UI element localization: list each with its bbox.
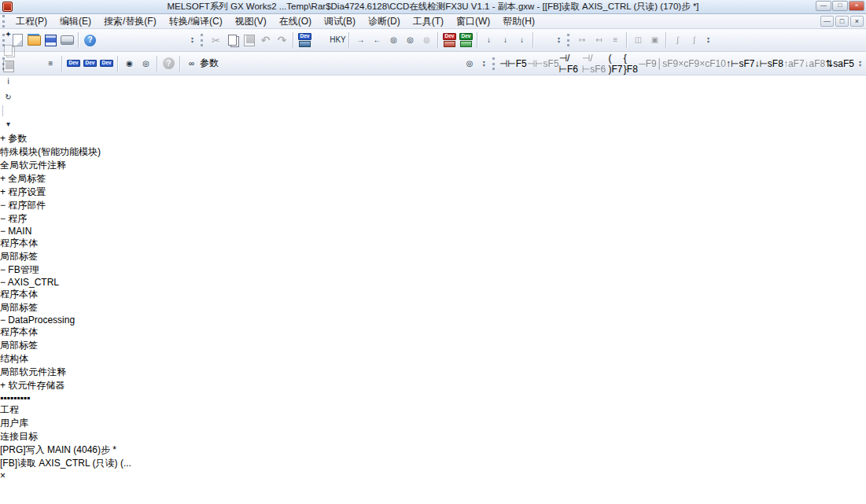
ladder-symbol-button[interactable]: │sF9: [657, 58, 679, 69]
menu-item[interactable]: 调试(B): [318, 14, 362, 29]
nav-section-button[interactable]: 用户库: [0, 417, 866, 430]
refresh-view-icon[interactable]: ↻: [0, 90, 17, 105]
toolbar-grip[interactable]: [201, 34, 205, 46]
panel-splitter[interactable]: ▪▪▪▪▪▪▪▪▪: [0, 392, 866, 403]
nav-section-button[interactable]: 工程: [0, 403, 866, 417]
cross-reference-icon[interactable]: ∞: [183, 56, 200, 72]
tree-item[interactable]: − FB管理: [0, 263, 866, 277]
cut-icon[interactable]: ✂: [208, 32, 224, 48]
mdi-restore-button[interactable]: □: [835, 16, 849, 27]
ladder-symbol-button[interactable]: ⊣/⊢sF6: [582, 53, 609, 75]
ladder-symbol-button[interactable]: ⇅saF5: [825, 58, 854, 69]
write-verify-icon[interactable]: ↓: [481, 32, 497, 48]
tab-main-program[interactable]: [PRG]写入 MAIN (4046)步 *: [0, 443, 866, 457]
tree-item[interactable]: − AXIS_CTRL: [0, 277, 866, 288]
realtime-monitor-icon[interactable]: ▣: [647, 32, 663, 48]
paste-data-icon[interactable]: [0, 58, 17, 74]
tree-item[interactable]: 局部标签: [0, 301, 866, 315]
ladder-symbol-button[interactable]: { }F8: [624, 53, 639, 75]
ladder-monitor-icon[interactable]: [313, 32, 330, 48]
tree-item[interactable]: 局部软元件注释: [0, 366, 866, 379]
toolbar-overflow-icon[interactable]: ▾▾: [480, 56, 488, 72]
ladder-symbol-button[interactable]: ↑⊢sF7: [726, 58, 754, 69]
menu-item[interactable]: 搜索/替换(F): [98, 14, 163, 29]
menu-item[interactable]: 帮助(H): [496, 14, 541, 29]
tree-item[interactable]: + 全局标签: [0, 172, 866, 186]
verify-with-plc-2-icon[interactable]: ◎: [402, 32, 418, 48]
function-block-selection-icon[interactable]: [26, 56, 42, 72]
device-comment-display-icon[interactable]: Dev: [65, 56, 82, 72]
menu-item[interactable]: 窗口(W): [450, 14, 496, 29]
step-execution-icon[interactable]: ↦: [574, 32, 591, 48]
maximize-button[interactable]: □: [832, 1, 848, 11]
device-display-icon[interactable]: ◉: [121, 56, 138, 72]
menu-item[interactable]: 工具(T): [407, 14, 450, 29]
tab-close-icon[interactable]: ×: [0, 470, 6, 481]
toolbar-grip[interactable]: [567, 34, 571, 46]
device-search-icon[interactable]: ◎: [138, 56, 154, 72]
sampling-trace-icon[interactable]: ◫: [630, 32, 647, 48]
tree-item[interactable]: 程序本体: [0, 288, 866, 301]
read-from-plc-icon[interactable]: ←: [369, 32, 385, 48]
ladder-symbol-button[interactable]: ↓⊢sF8: [754, 58, 783, 69]
logging-display-icon[interactable]: ∫: [686, 32, 702, 48]
ladder-symbol-button[interactable]: ×cF9: [678, 58, 699, 69]
tree-toggle-icon[interactable]: +: [0, 173, 6, 184]
device-monitor-icon[interactable]: Dev: [297, 32, 313, 48]
print-icon[interactable]: [59, 32, 76, 48]
ladder-editor[interactable]: ( 0) M8000 RUN监视常 开触点 F距离脉冲比 := F动力辊直径*E…: [0, 481, 866, 504]
tree-toggle-icon[interactable]: +: [0, 133, 6, 144]
device-test-icon[interactable]: Dev: [458, 32, 474, 48]
data-property-icon[interactable]: i: [0, 74, 17, 90]
menu-item[interactable]: 编辑(E): [53, 14, 98, 29]
tree-item[interactable]: 局部标签: [0, 250, 866, 263]
mdi-minimize-button[interactable]: —: [820, 16, 834, 27]
new-data-icon[interactable]: ✦: [0, 27, 17, 42]
open-project-icon[interactable]: [26, 32, 42, 48]
tree-toggle-icon[interactable]: −: [0, 264, 6, 275]
tree-item[interactable]: 特殊模块(智能功能模块): [0, 145, 866, 159]
tree-toggle-icon[interactable]: −: [0, 226, 6, 237]
tree-toggle-icon[interactable]: +: [0, 380, 6, 391]
note-display-icon[interactable]: Dev: [98, 56, 115, 72]
toolbar-overflow-icon[interactable]: ▾▾: [856, 56, 864, 72]
copy-icon[interactable]: [224, 32, 241, 48]
toolbar-overflow-icon[interactable]: ▾▾: [555, 32, 563, 48]
nav-section-button[interactable]: 连接目标: [0, 430, 866, 443]
undo-icon[interactable]: ↶: [257, 32, 274, 48]
output-window-icon[interactable]: ≡: [42, 56, 59, 72]
tree-item[interactable]: 程序本体: [0, 237, 866, 250]
close-button[interactable]: ×: [849, 1, 864, 11]
menu-item[interactable]: 视图(V): [229, 14, 273, 29]
tree-item[interactable]: − 程序部件: [0, 199, 866, 212]
tree-item[interactable]: − MAIN: [0, 226, 866, 237]
tab-axis-ctrl-fb[interactable]: [FB]读取 AXIS_CTRL (只读) (...: [0, 457, 866, 470]
tree-toggle-icon[interactable]: −: [0, 315, 6, 326]
entry-ladder-monitor-icon[interactable]: HKY: [330, 32, 346, 48]
help-icon[interactable]: ?: [82, 32, 98, 48]
write-and-run-icon[interactable]: ↓: [497, 32, 514, 48]
tree-item[interactable]: + 程序设置: [0, 186, 866, 199]
tree-item[interactable]: − 程序: [0, 212, 866, 226]
ladder-symbol-button[interactable]: ( )F7: [609, 53, 624, 75]
tree-toggle-icon[interactable]: −: [0, 213, 6, 224]
minimize-button[interactable]: —: [816, 1, 831, 11]
ladder-symbol-button[interactable]: ⊣⊢sF5: [527, 58, 559, 69]
copy-data-icon[interactable]: [0, 42, 17, 58]
remote-operation-icon[interactable]: ◎: [418, 32, 435, 48]
step-over-icon[interactable]: ↤: [591, 32, 607, 48]
menubar-grip[interactable]: [2, 15, 6, 28]
ladder-symbol-button[interactable]: ⊣/⊢F6: [559, 53, 582, 75]
batch-write-icon[interactable]: ↓: [514, 32, 530, 48]
statement-display-icon[interactable]: Dev: [82, 56, 98, 72]
tree-item[interactable]: + 软元件存储器: [0, 379, 866, 392]
menu-item[interactable]: 转换/编译(C): [163, 14, 229, 29]
ladder-symbol-button[interactable]: ×cF10: [699, 58, 726, 69]
toolbar-grip[interactable]: [492, 57, 496, 70]
tree-toggle-icon[interactable]: −: [0, 200, 6, 211]
monitor-status-icon[interactable]: [536, 32, 553, 48]
paste-icon[interactable]: [241, 32, 257, 48]
mdi-close-button[interactable]: ×: [850, 16, 864, 27]
write-to-plc-icon[interactable]: →: [352, 32, 369, 48]
menu-item[interactable]: 在线(O): [273, 14, 318, 29]
